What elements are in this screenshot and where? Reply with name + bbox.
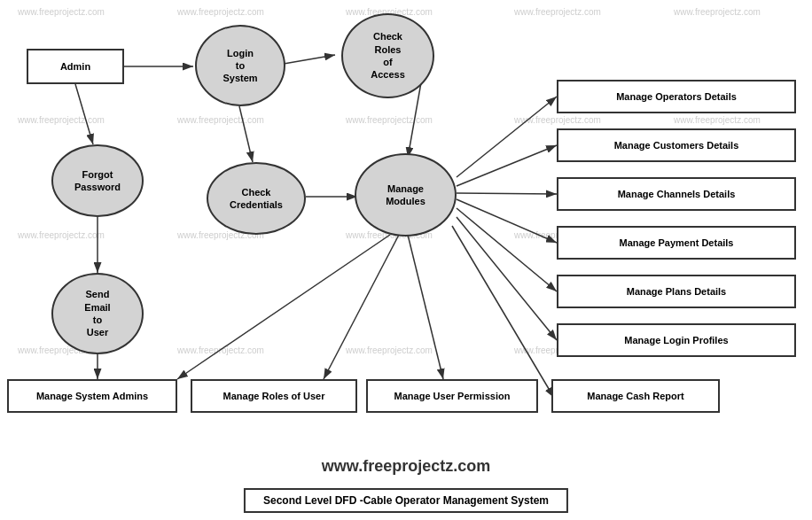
- manage-payment-node: Manage Payment Details: [557, 226, 796, 260]
- watermark-9: www.freeprojectz.com: [514, 115, 601, 125]
- manage-plans-node: Manage Plans Details: [557, 275, 796, 308]
- svg-line-5: [75, 84, 93, 144]
- svg-line-17: [452, 226, 554, 398]
- watermark-7: www.freeprojectz.com: [177, 115, 264, 125]
- check-roles-node: Check Roles of Access: [341, 13, 434, 98]
- watermark-2: www.freeprojectz.com: [177, 7, 264, 17]
- caption-box: Second Level DFD -Cable Operator Managem…: [244, 488, 568, 513]
- login-node: Login to System: [195, 25, 285, 106]
- svg-line-13: [457, 217, 557, 340]
- watermark-11: www.freeprojectz.com: [18, 230, 105, 240]
- manage-cash-node: Manage Cash Report: [551, 379, 720, 413]
- diagram: www.freeprojectz.com www.freeprojectz.co…: [0, 0, 812, 520]
- manage-operators-node: Manage Operators Details: [557, 80, 796, 113]
- svg-line-16: [408, 235, 443, 379]
- website-label: www.freeprojectz.com: [0, 457, 812, 476]
- watermark-1: www.freeprojectz.com: [18, 7, 105, 17]
- manage-sys-admins-node: Manage System Admins: [7, 379, 177, 413]
- watermark-10: www.freeprojectz.com: [674, 115, 761, 125]
- watermark-4: www.freeprojectz.com: [514, 7, 601, 17]
- watermark-5: www.freeprojectz.com: [674, 7, 761, 17]
- watermark-6: www.freeprojectz.com: [18, 115, 105, 125]
- svg-line-3: [239, 106, 253, 162]
- manage-modules-node: Manage Modules: [355, 153, 457, 237]
- svg-line-12: [457, 208, 557, 291]
- manage-login-node: Manage Login Profiles: [557, 323, 796, 357]
- svg-line-11: [457, 199, 557, 243]
- svg-line-14: [177, 235, 390, 379]
- watermark-8: www.freeprojectz.com: [346, 115, 433, 125]
- svg-line-2: [284, 55, 335, 64]
- check-cred-node: Check Credentials: [207, 162, 306, 235]
- svg-line-9: [457, 145, 557, 186]
- svg-line-10: [457, 193, 557, 194]
- manage-user-perm-node: Manage User Permission: [366, 379, 538, 413]
- svg-line-15: [324, 235, 399, 379]
- watermark-18: www.freeprojectz.com: [346, 345, 433, 355]
- svg-line-8: [457, 97, 557, 177]
- manage-customers-node: Manage Customers Details: [557, 128, 796, 162]
- forgot-pwd-node: Forgot Password: [51, 144, 144, 217]
- send-email-node: Send Email to User: [51, 273, 144, 354]
- manage-roles-node: Manage Roles of User: [191, 379, 357, 413]
- watermark-17: www.freeprojectz.com: [177, 345, 264, 355]
- admin-node: Admin: [27, 49, 124, 84]
- manage-channels-node: Manage Channels Details: [557, 177, 796, 211]
